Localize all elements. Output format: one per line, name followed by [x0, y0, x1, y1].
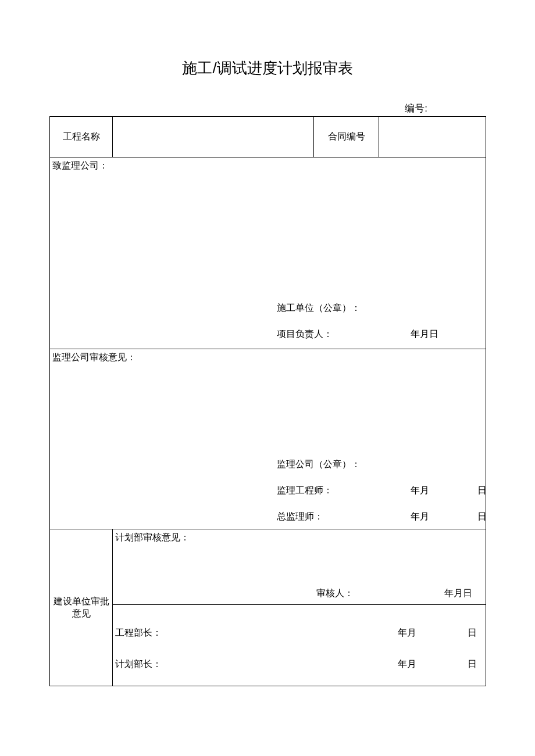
contract-no-label: 合同编号: [314, 117, 379, 157]
project-name-label: 工程名称: [50, 117, 113, 157]
construction-unit-stamp-label: 施工单位（公章）：: [277, 302, 361, 314]
to-supervision-label: 致监理公司：: [51, 160, 484, 172]
section-supervision-review: 监理公司审核意见： 监理公司（公章）： 监理工程师： 年月 日 总监理师： 年月…: [50, 349, 486, 529]
supervision-engineer-label: 监理工程师：: [277, 485, 333, 497]
eng-dept-head-d: 日: [468, 627, 477, 639]
plan-dept-head-label: 计划部长：: [115, 658, 162, 671]
section-dept-heads: 工程部长： 年月 日 计划部长： 年月 日: [50, 605, 486, 686]
form-title: 施工/调试进度计划报审表: [49, 58, 486, 78]
eng-dept-head-label: 工程部长：: [115, 627, 162, 639]
plan-dept-review-header: 计划部审核意见：: [114, 532, 484, 544]
section-plan-review: 建设单位审批意见 计划部审核意见： 审核人： 年月日: [50, 529, 486, 605]
doc-number-label: 编号:: [49, 102, 486, 115]
chief-supervisor-label: 总监理师：: [277, 511, 323, 523]
plan-dept-head-ym: 年月: [398, 658, 416, 671]
form-table: 工程名称 合同编号 致监理公司： 施工单位（公章）： 项目负责人： 年月日 监理…: [49, 116, 486, 686]
section-supervision-company: 致监理公司： 施工单位（公章）： 项目负责人： 年月日: [50, 157, 486, 349]
supervision-review-header: 监理公司审核意见：: [51, 352, 484, 364]
project-leader-label: 项目负责人：: [277, 328, 333, 341]
reviewer-date: 年月日: [444, 587, 472, 600]
plan-dept-head-d: 日: [468, 658, 477, 671]
reviewer-label: 审核人：: [316, 587, 354, 600]
construction-unit-approval-label: 建设单位审批意见: [50, 529, 113, 686]
supervision-engineer-d: 日: [477, 485, 487, 497]
approval-label-text: 建设单位审批意见: [54, 596, 109, 618]
eng-dept-head-ym: 年月: [398, 627, 416, 639]
chief-supervisor-d: 日: [477, 511, 487, 523]
supervision-engineer-ym: 年月: [411, 485, 429, 497]
supervision-stamp-label: 监理公司（公章）：: [277, 458, 361, 471]
header-row: 工程名称 合同编号: [50, 117, 486, 157]
project-name-value[interactable]: [113, 117, 314, 157]
project-leader-date: 年月日: [411, 328, 438, 341]
chief-supervisor-ym: 年月: [411, 511, 429, 523]
contract-no-value[interactable]: [379, 117, 486, 157]
